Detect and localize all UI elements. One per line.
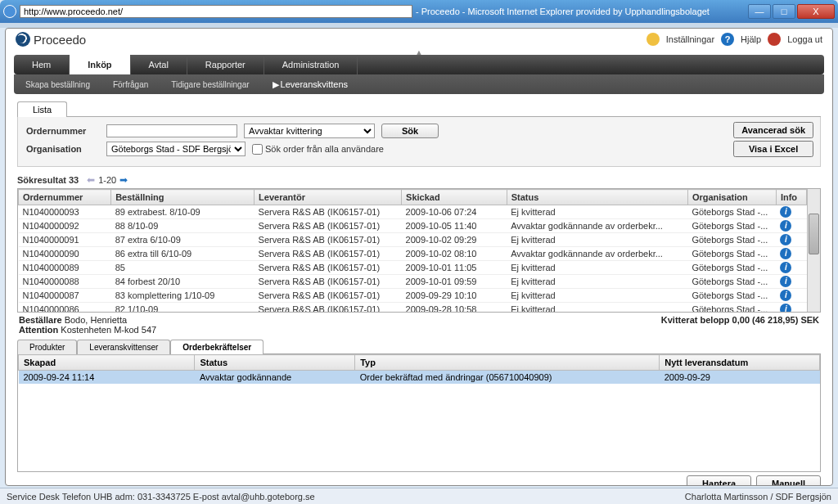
ordernummer-input[interactable] [106, 124, 237, 137]
kvitterat-belopp: Kvitterat belopp 0,00 (46 218,95) SEK [661, 315, 819, 335]
scrollbar[interactable] [807, 189, 820, 312]
tab-lista[interactable]: Lista [17, 101, 67, 117]
cell-stat: Avvaktar godkännande av orderbekr... [507, 219, 687, 233]
info-icon[interactable]: i [780, 290, 791, 301]
cell-ord: N1040000092 [19, 219, 111, 233]
close-button[interactable]: X [797, 4, 835, 19]
dcol-typ[interactable]: Typ [355, 355, 660, 371]
status-right: Charlotta Martinsson / SDF Bergsjön [685, 492, 831, 502]
info-icon[interactable]: i [780, 276, 791, 287]
nav-avtal[interactable]: Avtal [131, 55, 187, 74]
attention-label: Attention [19, 325, 58, 335]
col-organisation[interactable]: Organisation [687, 190, 776, 205]
info-icon[interactable]: i [780, 206, 791, 218]
cell-skick: 2009-10-02 08:10 [402, 247, 507, 261]
col-leverantor[interactable]: Leverantör [255, 190, 402, 205]
table-row[interactable]: N104000008682 1/10-09Servera R&S AB (IK0… [19, 303, 807, 313]
help-link[interactable]: Hjälp [741, 34, 761, 44]
cell-org: Göteborgs Stad -... [687, 289, 776, 303]
settings-icon [647, 33, 660, 46]
info-icon[interactable]: i [780, 304, 791, 312]
nav-rapporter[interactable]: Rapporter [187, 55, 264, 74]
table-row[interactable]: N104000009086 extra till 6/10-09Servera … [19, 247, 807, 261]
subnav-tidigare[interactable]: Tidigare beställningar [160, 80, 260, 89]
cell-info: i [776, 289, 806, 303]
detail-row[interactable]: 2009-09-24 11:14 Avvaktar godkännande Or… [19, 371, 820, 385]
manuell-button[interactable]: Manuell [756, 475, 821, 486]
subnav-forfragan[interactable]: Förfrågan [101, 80, 160, 89]
dcol-skapad[interactable]: Skapad [19, 355, 195, 371]
nav-hem[interactable]: Hem [14, 55, 70, 74]
subnav-skapa[interactable]: Skapa beställning [14, 80, 101, 89]
status-left: Service Desk Telefon UHB adm: 031-334372… [7, 492, 315, 502]
info-icon[interactable]: i [780, 234, 791, 245]
results-grid[interactable]: Ordernummer Beställning Leverantör Skick… [18, 189, 807, 312]
excel-button[interactable]: Visa i Excel [733, 141, 813, 157]
cell-lev: Servera R&S AB (IK06157-01) [255, 289, 402, 303]
col-ordernummer[interactable]: Ordernummer [19, 190, 111, 205]
app-frame: Proceedo Inställningar ? Hjälp Logga ut … [5, 28, 833, 486]
tab-leveranskvittenser[interactable]: Leveranskvittenser [77, 340, 170, 354]
info-icon[interactable]: i [780, 220, 791, 232]
table-row[interactable]: N104000008884 forbest 20/10Servera R&S A… [19, 275, 807, 289]
cell-best: 85 [111, 261, 255, 275]
cell-skick: 2009-10-06 07:24 [402, 205, 507, 219]
cell-org: Göteborgs Stad -... [687, 275, 776, 289]
nav-inkop[interactable]: Inköp [70, 55, 130, 74]
subnav-leveranskvittens[interactable]: ▶Leveranskvittens [261, 79, 360, 90]
hantera-button[interactable]: Hantera [687, 475, 751, 486]
maximize-button[interactable]: □ [773, 4, 795, 19]
scrollbar-thumb[interactable] [809, 214, 819, 254]
cell-info: i [776, 219, 806, 233]
page-range: 1-20 [98, 175, 116, 185]
action-row: Hantera Manuell [17, 472, 821, 486]
detail-status: Avvaktar godkännande [195, 371, 355, 385]
col-bestallning[interactable]: Beställning [111, 190, 255, 205]
nav-administration[interactable]: Administration [264, 55, 358, 74]
cell-ord: N1040000091 [19, 233, 111, 247]
cell-info: i [776, 275, 806, 289]
table-row[interactable]: N104000009389 extrabest. 8/10-09Servera … [19, 205, 807, 219]
search-button[interactable]: Sök [381, 124, 439, 138]
settings-link[interactable]: Inställningar [666, 34, 714, 44]
dcol-status[interactable]: Status [195, 355, 355, 371]
search-panel: Ordernummer Avvaktar kvittering Sök Orga… [17, 117, 821, 167]
col-info[interactable]: Info [776, 190, 806, 205]
next-page-icon[interactable]: ➡ [119, 174, 128, 186]
cell-org: Göteborgs Stad -... [687, 205, 776, 219]
address-bar[interactable] [20, 5, 412, 18]
dcol-nytt[interactable]: Nytt leveransdatum [660, 355, 820, 371]
tab-orderbekraftelser[interactable]: Orderbekräftelser [170, 340, 264, 354]
logout-link[interactable]: Logga ut [787, 34, 822, 44]
cell-lev: Servera R&S AB (IK06157-01) [255, 219, 402, 233]
table-row[interactable]: N104000008985Servera R&S AB (IK06157-01)… [19, 261, 807, 275]
cell-org: Göteborgs Stad -... [687, 233, 776, 247]
detail-nytt: 2009-09-29 [660, 371, 820, 385]
minimize-button[interactable]: — [748, 4, 771, 19]
logo-text: Proceedo [34, 33, 86, 47]
cell-stat: Ej kvitterad [507, 205, 687, 219]
table-row[interactable]: N104000008783 komplettering 1/10-09Serve… [19, 289, 807, 303]
advanced-search-button[interactable]: Avancerad sök [733, 122, 813, 138]
cell-best: 84 forbest 20/10 [111, 275, 255, 289]
cell-best: 89 extrabest. 8/10-09 [111, 205, 255, 219]
content-area: Lista Ordernummer Avvaktar kvittering Sö… [6, 94, 832, 486]
status-select[interactable]: Avvaktar kvittering [244, 124, 375, 138]
cell-ord: N1040000089 [19, 261, 111, 275]
table-row[interactable]: N104000009288 8/10-09Servera R&S AB (IK0… [19, 219, 807, 233]
col-skickad[interactable]: Skickad [402, 190, 507, 205]
table-row[interactable]: N104000009187 extra 6/10-09Servera R&S A… [19, 233, 807, 247]
tab-produkter[interactable]: Produkter [17, 340, 77, 354]
prev-page-icon[interactable]: ⬅ [87, 174, 95, 186]
info-icon[interactable]: i [780, 262, 791, 273]
all-users-checkbox[interactable] [252, 144, 263, 155]
bestallare-label: Beställare [19, 315, 62, 325]
cell-lev: Servera R&S AB (IK06157-01) [255, 233, 402, 247]
cell-skick: 2009-10-02 09:29 [402, 233, 507, 247]
info-icon[interactable]: i [780, 248, 791, 259]
col-status[interactable]: Status [507, 190, 687, 205]
arrow-right-icon: ▶ [273, 79, 279, 89]
organisation-select[interactable]: Göteborgs Stad - SDF Bergsjön Int... [106, 142, 246, 156]
window-title: - Proceedo - Microsoft Internet Explorer… [416, 7, 710, 16]
cell-info: i [776, 303, 806, 313]
